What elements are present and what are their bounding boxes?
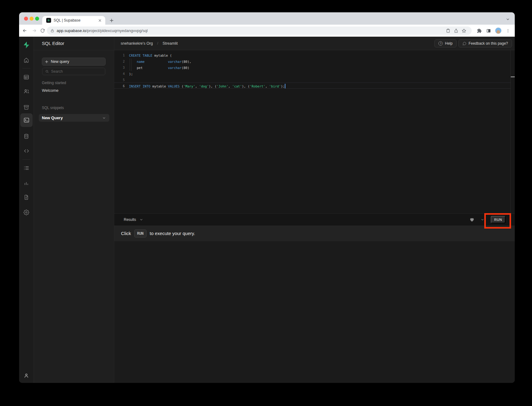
new-query-button[interactable]: New query <box>42 58 106 66</box>
rail-divider <box>22 68 30 68</box>
search-input[interactable] <box>51 69 97 74</box>
nav-rail <box>19 37 34 383</box>
storage-icon[interactable] <box>23 104 30 110</box>
new-tab-button[interactable] <box>108 17 115 24</box>
code-line: 4); <box>114 71 510 77</box>
line-number: 1 <box>114 52 129 59</box>
back-icon[interactable] <box>22 27 28 34</box>
tab-title: SQL | Supabase <box>54 18 97 22</box>
feedback-button[interactable]: Feedback on this page? <box>458 39 512 47</box>
search-icon <box>45 70 49 73</box>
account-user-icon[interactable] <box>23 372 30 379</box>
lock-icon <box>50 29 54 33</box>
code-line: 6INSERT INTO mytable VALUES ('Mary', 'do… <box>114 83 510 89</box>
chevron-down-icon[interactable] <box>481 218 484 221</box>
sql-editor-panel: SQL Editor New query Getting started Wel… <box>34 37 114 383</box>
feedback-button-label: Feedback on this page? <box>469 41 508 46</box>
results-dropdown[interactable]: Results <box>124 217 136 222</box>
chevron-down-icon[interactable] <box>103 116 106 120</box>
tab-close-icon[interactable] <box>97 18 102 23</box>
editor-scrollbar[interactable] <box>510 50 515 213</box>
code-line: 1CREATE TABLE mytable ( <box>114 52 510 59</box>
code-line: 5 <box>114 77 510 83</box>
browser-toolbar: app.supabase.io/project/pldexcuqrnyedang… <box>19 25 515 37</box>
clipboard-icon[interactable] <box>444 28 452 34</box>
line-number: 6 <box>114 83 129 89</box>
logs-list-icon[interactable] <box>23 165 30 171</box>
database-icon[interactable] <box>23 133 30 139</box>
code-lines: 1CREATE TABLE mytable (2 name varchar(80… <box>114 52 510 89</box>
docs-file-icon[interactable] <box>23 194 30 200</box>
sidebar-item-new-query[interactable]: New Query <box>39 114 109 122</box>
line-number: 2 <box>114 59 129 65</box>
traffic-maximize-button[interactable] <box>35 17 39 21</box>
url-text: app.supabase.io/project/pldexcuqrnyedang… <box>57 28 444 33</box>
new-query-button-label: New query <box>51 59 69 64</box>
forward-icon[interactable] <box>31 27 38 34</box>
results-empty-area <box>114 241 515 383</box>
section-label-getting-started: Getting started <box>42 81 66 85</box>
text-cursor <box>285 84 285 88</box>
sql-code-editor[interactable]: 1CREATE TABLE mytable (2 name varchar(80… <box>114 50 515 213</box>
help-button-label: Help <box>445 41 453 46</box>
empty-results-message: Click RUN to execute your query. <box>114 225 515 241</box>
reload-icon[interactable] <box>39 27 46 34</box>
share-icon[interactable] <box>452 28 460 34</box>
settings-gear-icon[interactable] <box>23 209 30 215</box>
indent-guide <box>130 59 131 65</box>
browser-window: SQL | Supabase <box>19 12 515 383</box>
bookmark-star-icon[interactable] <box>460 28 468 34</box>
traffic-minimize-button[interactable] <box>30 17 34 21</box>
plus-icon <box>45 60 48 63</box>
tab-strip: SQL | Supabase <box>19 12 515 25</box>
supabase-logo[interactable] <box>22 41 30 49</box>
api-code-icon[interactable] <box>23 148 30 154</box>
menu-dots-icon[interactable] <box>505 27 511 34</box>
line-number: 4 <box>114 71 129 77</box>
code-text: ); <box>129 71 133 77</box>
code-line: 2 name varchar(80), <box>114 59 510 65</box>
favorite-heart-icon[interactable] <box>470 218 474 222</box>
message-suffix: to execute your query. <box>150 231 195 236</box>
breadcrumb-project[interactable]: Streamlit <box>163 41 178 46</box>
line-number: 3 <box>114 65 129 71</box>
help-button[interactable]: ? Help <box>434 39 457 47</box>
sql-editor-icon[interactable] <box>20 113 33 127</box>
browser-tab[interactable]: SQL | Supabase <box>42 16 105 25</box>
breadcrumb-separator: / <box>157 41 158 46</box>
panel-title: SQL Editor <box>34 37 114 50</box>
breadcrumb: snehankekre's Org / Streamlit ? Help Fee… <box>114 37 515 50</box>
help-icon: ? <box>438 41 443 46</box>
message-prefix: Click <box>121 231 131 236</box>
sidebar-item-welcome[interactable]: Welcome <box>42 88 58 93</box>
section-label-sql-snippets: SQL snippets <box>42 106 64 110</box>
reports-chart-icon[interactable] <box>23 180 30 186</box>
sidebar-item-label: New Query <box>42 116 63 120</box>
extensions-icon[interactable] <box>476 27 483 34</box>
home-icon[interactable] <box>23 57 30 63</box>
rail-divider <box>22 159 30 160</box>
url-bar[interactable]: app.supabase.io/project/pldexcuqrnyedang… <box>47 26 472 35</box>
indent-guide <box>130 65 131 71</box>
code-text: pet varchar(80) <box>129 65 189 71</box>
code-line: 3 pet varchar(80) <box>114 65 510 71</box>
supabase-favicon <box>46 18 51 23</box>
traffic-close-button[interactable] <box>24 17 28 21</box>
scrollbar-thumb[interactable] <box>511 76 515 77</box>
chat-bubble-icon <box>462 42 466 46</box>
results-toolbar: Results RUN <box>114 213 515 225</box>
auth-users-icon[interactable] <box>23 88 30 95</box>
main-area: snehankekre's Org / Streamlit ? Help Fee… <box>114 37 515 383</box>
code-text: name varchar(80), <box>129 59 191 65</box>
chevron-down-icon[interactable] <box>140 218 143 221</box>
line-number: 5 <box>114 77 129 83</box>
code-text: INSERT INTO mytable VALUES ('Mary', 'dog… <box>129 83 285 89</box>
run-keycap: RUN <box>134 229 147 238</box>
table-editor-icon[interactable] <box>23 74 30 80</box>
breadcrumb-org[interactable]: snehankekre's Org <box>121 41 153 46</box>
annotation-rectangle <box>484 213 511 229</box>
side-panel-icon[interactable] <box>485 27 492 34</box>
tab-search-chevron-icon[interactable] <box>505 16 510 22</box>
search-field[interactable] <box>42 68 105 75</box>
profile-avatar[interactable] <box>495 27 502 34</box>
